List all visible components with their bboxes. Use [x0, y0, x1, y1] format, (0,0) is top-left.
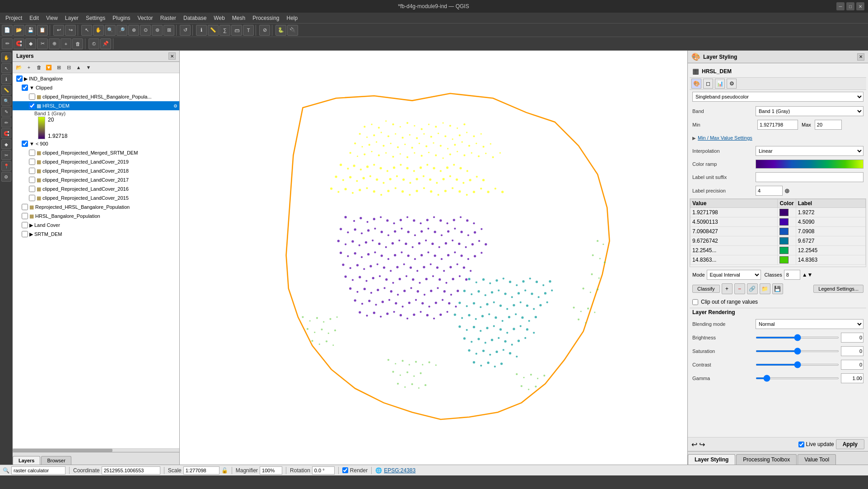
minmax-settings-link[interactable]: Min / Max Value Settings — [698, 135, 752, 141]
layer-checkbox-hrsl-pop[interactable] — [22, 213, 28, 219]
menu-settings[interactable]: Settings — [82, 14, 109, 22]
color-swatch-2[interactable] — [779, 218, 789, 226]
redo-btn[interactable]: ↪ — [65, 25, 76, 36]
layer-checkbox-reprojected-hrsl[interactable] — [22, 204, 28, 210]
layer-checkbox-lc2015[interactable] — [29, 195, 35, 201]
layer-item-clipped-reprojected-hrsl[interactable]: ▦ clipped_Reprojected_HRSL_Bangalore_Pop… — [13, 92, 179, 101]
zoom-in-btn[interactable]: 🔍 — [105, 25, 116, 36]
split-btn[interactable]: ✂ — [37, 38, 48, 49]
val-2[interactable]: 4.5090113 — [691, 217, 778, 227]
menu-raster[interactable]: Raster — [157, 14, 180, 22]
del-class-btn[interactable]: − — [734, 283, 745, 294]
brightness-slider[interactable] — [756, 337, 839, 339]
val-5[interactable]: 12.2545... — [691, 246, 778, 255]
histogram-tab-btn[interactable]: 📊 — [715, 79, 725, 89]
menu-database[interactable]: Database — [180, 14, 210, 22]
lt2-expand[interactable]: ⊞ — [54, 63, 63, 72]
layers-scrollbar-thumb[interactable] — [13, 449, 112, 452]
minimize-button[interactable]: ─ — [836, 2, 845, 10]
layer-item-hrsl-pop[interactable]: ▦ HRSL_Bangalore_Population — [13, 212, 179, 221]
save-btn[interactable]: 💾 — [25, 25, 36, 36]
paste-feat-btn[interactable]: 📌 — [100, 38, 111, 49]
measure-btn[interactable]: 📏 — [208, 25, 219, 36]
classes-input[interactable] — [784, 270, 800, 280]
scale-input[interactable] — [183, 466, 219, 475]
menu-layer[interactable]: Layer — [61, 14, 82, 22]
label-5[interactable]: 12.2545 — [796, 246, 865, 255]
min-input[interactable]: 1.9271798 — [757, 120, 798, 130]
val-6[interactable]: 14.8363... — [691, 255, 778, 265]
lt-node[interactable]: ◆ — [1, 139, 11, 149]
lt-zoom[interactable]: 🔍 — [1, 96, 11, 106]
layer-checkbox-srtm[interactable] — [29, 150, 35, 156]
menu-mesh[interactable]: Mesh — [229, 14, 249, 22]
layer-checkbox-lt900[interactable] — [22, 141, 28, 147]
transparency-tab-btn[interactable]: ◻ — [703, 79, 713, 89]
del-feat-btn[interactable]: 🗑 — [72, 38, 83, 49]
saturation-value[interactable] — [841, 346, 863, 356]
color-swatch-3[interactable] — [779, 228, 789, 235]
lt2-filter[interactable]: 🔽 — [44, 63, 53, 72]
new-project-btn[interactable]: 📄 — [2, 25, 13, 36]
epsg-label[interactable]: EPSG:24383 — [384, 467, 415, 474]
classify-button[interactable]: Classify — [692, 285, 720, 293]
lt2-add-group[interactable]: + — [24, 63, 33, 72]
rendering-tab-btn[interactable]: ⚙ — [727, 79, 737, 89]
saturation-slider[interactable] — [756, 350, 839, 352]
layers-tab-layers[interactable]: Layers — [13, 456, 40, 465]
tab-value-tool[interactable]: Value Tool — [798, 454, 836, 465]
undo-btn-right[interactable]: ↩ — [691, 440, 697, 449]
layer-item-lc2019[interactable]: ▦ clipped_Reprojected_LandCover_2019 — [13, 157, 179, 166]
lt-identify[interactable]: ℹ — [1, 74, 11, 84]
label-3[interactable]: 7.0908 — [796, 227, 865, 236]
layer-checkbox-lc2018[interactable] — [29, 168, 35, 174]
lt-annotate[interactable]: ✎ — [1, 107, 11, 117]
val-4[interactable]: 9.6726742 — [691, 236, 778, 246]
map-canvas[interactable] — [180, 51, 687, 465]
undo-btn[interactable]: ↩ — [53, 25, 64, 36]
layer-item-srtm[interactable]: ▦ clipped_Reprojected_Merged_SRTM_DEM — [13, 148, 179, 157]
tab-layer-styling[interactable]: Layer Styling — [688, 454, 735, 465]
mode-select[interactable]: Equal Interval Quantile Natural Breaks S… — [707, 270, 761, 280]
maximize-button[interactable]: □ — [846, 2, 854, 10]
symbology-tab-btn[interactable]: 🎨 — [691, 79, 701, 89]
link-class-btn[interactable]: 🔗 — [747, 283, 758, 294]
layer-checkbox-lc2016[interactable] — [29, 186, 35, 192]
label-precision-input[interactable] — [756, 186, 783, 196]
contrast-slider[interactable] — [756, 364, 839, 366]
gamma-value[interactable] — [841, 373, 863, 383]
blending-select[interactable]: Normal Multiply Screen Overlay Darken Li… — [756, 319, 863, 329]
band-select[interactable]: Band 1 (Gray) — [756, 106, 863, 116]
layer-checkbox-clipped[interactable] — [22, 85, 28, 91]
status-search-input[interactable] — [11, 466, 65, 475]
digitize-btn[interactable]: ✏ — [2, 38, 13, 49]
coordinate-input[interactable] — [102, 466, 160, 475]
lt-edit[interactable]: ✏ — [1, 118, 11, 127]
label-2[interactable]: 4.5090 — [796, 217, 865, 227]
layers-scrollbar[interactable] — [13, 448, 179, 452]
lt-select[interactable]: ↖ — [1, 63, 11, 73]
add-class-btn[interactable]: + — [722, 283, 733, 294]
menu-help[interactable]: Help — [283, 14, 302, 22]
menu-web[interactable]: Web — [210, 14, 228, 22]
apply-button[interactable]: Apply — [836, 439, 864, 449]
legend-settings-button[interactable]: Legend Settings... — [813, 285, 863, 293]
layer-checkbox-srtmdem[interactable] — [22, 231, 28, 237]
contrast-value[interactable] — [841, 360, 863, 370]
layer-checkbox-hrsl-dem[interactable] — [29, 103, 35, 109]
lt2-remove[interactable]: 🗑 — [34, 63, 43, 72]
menu-vector[interactable]: Vector — [134, 14, 157, 22]
folder-class-btn[interactable]: 📁 — [760, 283, 770, 294]
deselect-btn[interactable]: ⊘ — [259, 25, 270, 36]
layer-checkbox-lc2019[interactable] — [29, 159, 35, 165]
snap-btn[interactable]: 🧲 — [14, 38, 24, 49]
menu-processing[interactable]: Processing — [249, 14, 283, 22]
select-btn[interactable]: ↖ — [81, 25, 92, 36]
layer-item-reprojected-hrsl[interactable]: ▦ Reprojected_HRSL_Bangalore_Population — [13, 202, 179, 212]
identify-btn[interactable]: ℹ — [196, 25, 207, 36]
label-btn[interactable]: T — [243, 25, 254, 36]
layer-item-lc2016[interactable]: ▦ clipped_Reprojected_LandCover_2016 — [13, 184, 179, 193]
max-input[interactable]: 20 — [815, 120, 842, 130]
layers-close-btn[interactable]: ✕ — [168, 52, 176, 60]
interpolation-select[interactable]: Linear Discrete Exact — [756, 146, 863, 156]
